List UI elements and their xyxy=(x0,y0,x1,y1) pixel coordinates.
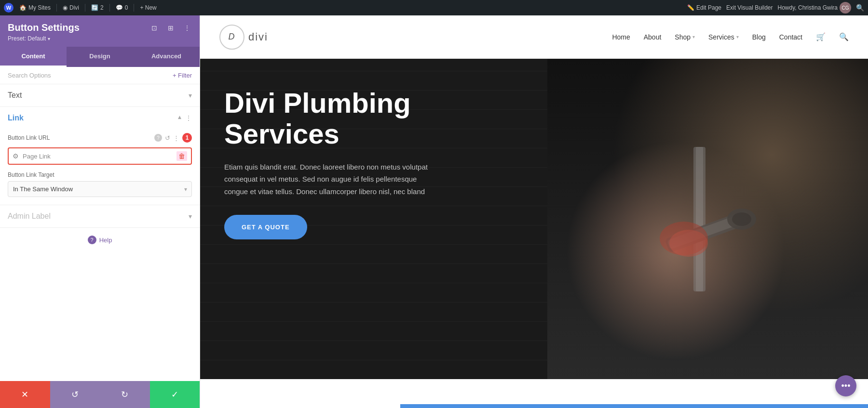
admin-label-chevron-icon: ▾ xyxy=(189,212,192,220)
help-row[interactable]: ? Help xyxy=(0,228,200,252)
admin-bar-right: ✏️ Edit Page Exit Visual Builder Howdy, … xyxy=(687,2,864,13)
nav-about[interactable]: About xyxy=(644,33,662,41)
shop-chevron-icon: ▾ xyxy=(692,34,695,39)
link-section-more-icon[interactable]: ⋮ xyxy=(185,114,192,122)
button-link-url-row: Button Link URL ? ↺ ⋮ 1 xyxy=(8,133,192,143)
wordpress-icon[interactable]: W xyxy=(4,3,14,13)
admin-bar-sync[interactable]: 🔄 2 xyxy=(91,4,104,11)
hero-description: Etiam quis blandit erat. Donec laoreet l… xyxy=(224,161,436,198)
svg-point-7 xyxy=(669,230,708,257)
text-section-title: Text xyxy=(8,91,22,100)
admin-label-section-header[interactable]: Admin Label ▾ xyxy=(0,205,200,227)
admin-bar-edit-page[interactable]: ✏️ Edit Page xyxy=(687,4,721,11)
filter-button[interactable]: + Filter xyxy=(173,72,192,79)
text-section: Text ▾ xyxy=(0,84,200,107)
delete-icon[interactable]: 🗑 xyxy=(176,151,187,161)
link-section: Link ▾ ⋮ Button Link URL ? ↺ ⋮ 1 ⚙ xyxy=(0,107,200,205)
hero-title: Divi Plumbing Services xyxy=(224,88,523,149)
page-link-input[interactable]: ⚙ Page Link 🗑 xyxy=(8,147,192,165)
text-section-header[interactable]: Text ▾ xyxy=(0,84,200,106)
float-menu-button[interactable]: ••• xyxy=(835,375,856,396)
nav-shop[interactable]: Shop ▾ xyxy=(675,33,695,41)
separator xyxy=(109,4,110,12)
screenshot-icon[interactable]: ⊡ xyxy=(149,22,160,34)
tab-design[interactable]: Design xyxy=(67,47,133,67)
button-link-url-badge: 1 xyxy=(182,133,192,143)
nav-search-icon[interactable]: 🔍 xyxy=(839,32,849,41)
separator xyxy=(134,4,134,12)
get-quote-button[interactable]: GET A QUOTE xyxy=(224,215,307,239)
save-button[interactable]: ✓ xyxy=(150,381,200,408)
wrench-svg xyxy=(636,147,780,291)
button-link-url-more-icon[interactable]: ⋮ xyxy=(173,134,179,142)
admin-bar-comments[interactable]: 💬 0 xyxy=(116,4,128,11)
link-section-title: Link xyxy=(8,114,24,122)
admin-label-section-title: Admin Label xyxy=(8,212,51,221)
admin-bar-howdy[interactable]: Howdy, Christina Gwira CG xyxy=(778,2,851,13)
button-link-url-label: Button Link URL xyxy=(8,134,151,141)
website-header: D divi Home About Shop ▾ Services ▾ xyxy=(200,15,868,59)
hero-section: Divi Plumbing Services Etiam quis blandi… xyxy=(200,59,868,379)
admin-search-icon[interactable]: 🔍 xyxy=(856,4,864,12)
admin-bar-new[interactable]: + New xyxy=(140,4,156,11)
sync-icon: 🔄 xyxy=(91,4,98,11)
button-link-target-row: Button Link Target In The Same Window In… xyxy=(8,171,192,197)
undo-button[interactable]: ↺ xyxy=(50,381,100,408)
panel-preset[interactable]: Preset: Default ▾ xyxy=(8,35,192,42)
button-link-url-help-icon[interactable]: ? xyxy=(154,134,162,142)
admin-bar-divi[interactable]: ◉ Divi xyxy=(63,4,79,11)
cancel-button[interactable]: ✕ xyxy=(0,381,50,408)
services-chevron-icon: ▾ xyxy=(736,34,739,39)
plumber-image xyxy=(547,59,868,379)
separator xyxy=(85,4,85,12)
edit-icon: ✏️ xyxy=(687,4,694,11)
hero-left: Divi Plumbing Services Etiam quis blandi… xyxy=(200,59,547,379)
svg-point-5 xyxy=(732,212,751,226)
admin-bar-exit-builder[interactable]: Exit Visual Builder xyxy=(726,4,773,11)
button-link-target-label: Button Link Target xyxy=(8,171,192,178)
divi-logo: D divi xyxy=(219,25,268,50)
button-link-url-undo-icon[interactable]: ↺ xyxy=(165,134,170,142)
admin-label-section: Admin Label ▾ xyxy=(0,205,200,228)
site-nav: Home About Shop ▾ Services ▾ Blog Contac xyxy=(612,32,849,41)
right-area: D divi Home About Shop ▾ Services ▾ xyxy=(200,15,868,408)
house-icon: 🏠 xyxy=(19,4,27,11)
gear-icon: ⚙ xyxy=(13,152,19,160)
bottom-blue-bar xyxy=(400,404,868,408)
separator xyxy=(56,4,57,12)
nav-services[interactable]: Services ▾ xyxy=(708,33,739,41)
svg-rect-1 xyxy=(696,147,703,291)
link-section-content: Button Link URL ? ↺ ⋮ 1 ⚙ Page Link 🗑 Bu… xyxy=(0,129,200,205)
divi-logo-circle: D xyxy=(219,25,244,50)
link-section-icons: ▾ ⋮ xyxy=(178,114,192,122)
tab-content[interactable]: Content xyxy=(0,47,67,67)
comment-icon: 💬 xyxy=(116,4,123,11)
bottom-bar: ✕ ↺ ↻ ✓ xyxy=(0,381,200,408)
text-section-chevron-icon: ▾ xyxy=(189,92,192,99)
user-avatar: CG xyxy=(840,2,851,13)
grid-icon[interactable]: ⊞ xyxy=(165,22,176,34)
link-section-chevron-icon: ▾ xyxy=(178,114,181,122)
redo-button[interactable]: ↻ xyxy=(100,381,150,408)
search-options-bar: Search Options + Filter xyxy=(0,67,200,84)
tab-advanced[interactable]: Advanced xyxy=(133,47,200,67)
main-area: Button Settings Preset: Default ▾ ⊡ ⊞ ⋮ … xyxy=(0,15,868,408)
nav-contact[interactable]: Contact xyxy=(779,33,802,41)
search-options-label: Search Options xyxy=(8,72,51,79)
admin-bar: W 🏠 My Sites ◉ Divi 🔄 2 💬 0 + New ✏️ Edi… xyxy=(0,0,868,15)
cart-icon[interactable]: 🛒 xyxy=(816,32,826,41)
more-icon[interactable]: ⋮ xyxy=(181,22,193,34)
link-section-header[interactable]: Link ▾ ⋮ xyxy=(0,107,200,129)
button-link-target-select[interactable]: In The Same Window In The New Tab xyxy=(8,181,192,197)
nav-home[interactable]: Home xyxy=(612,33,630,41)
admin-bar-my-sites[interactable]: 🏠 My Sites xyxy=(19,4,51,11)
divi-admin-icon: ◉ xyxy=(63,4,68,11)
button-link-target-wrap: In The Same Window In The New Tab ▾ xyxy=(8,181,192,197)
preset-arrow-icon: ▾ xyxy=(48,36,50,41)
nav-blog[interactable]: Blog xyxy=(752,33,766,41)
help-circle-icon: ? xyxy=(88,236,96,244)
left-panel: Button Settings Preset: Default ▾ ⊡ ⊞ ⋮ … xyxy=(0,15,200,408)
hero-right xyxy=(547,59,868,379)
page-link-text: Page Link xyxy=(23,153,173,160)
below-fold-section xyxy=(200,379,868,408)
